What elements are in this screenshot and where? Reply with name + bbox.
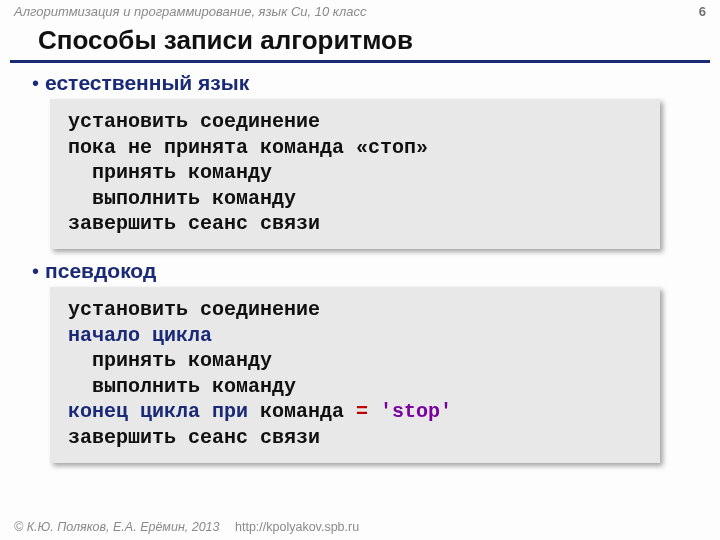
course-label: Алгоритмизация и программирование, язык … bbox=[14, 4, 367, 19]
bullet-icon: • bbox=[32, 73, 39, 93]
header-bar: Алгоритмизация и программирование, язык … bbox=[0, 0, 720, 21]
code-line: завершить сеанс связи bbox=[68, 426, 320, 449]
natural-language-code: установить соединение пока не принята ко… bbox=[50, 99, 660, 249]
code-line: принять команду bbox=[68, 349, 272, 372]
code-line: выполнить команду bbox=[68, 375, 296, 398]
code-line: установить соединение bbox=[68, 298, 320, 321]
bullet-icon: • bbox=[32, 261, 39, 281]
section-natural-language: • естественный язык bbox=[0, 71, 720, 95]
code-line: завершить сеанс связи bbox=[68, 212, 320, 235]
code-keyword: конец цикла при bbox=[68, 400, 248, 423]
copyright-label: © К.Ю. Поляков, Е.А. Ерёмин, 2013 bbox=[14, 520, 220, 534]
section-pseudocode: • псевдокод bbox=[0, 259, 720, 283]
code-keyword: начало цикла bbox=[68, 324, 212, 347]
code-symbol: = bbox=[356, 400, 368, 423]
pseudocode-code: установить соединение начало цикла приня… bbox=[50, 287, 660, 463]
code-line: пока не принята команда «стоп» bbox=[68, 136, 428, 159]
page-number: 6 bbox=[699, 4, 706, 19]
code-string: 'stop' bbox=[380, 400, 452, 423]
code-line: выполнить команду bbox=[68, 187, 296, 210]
section-heading: псевдокод bbox=[45, 259, 156, 283]
code-line: установить соединение bbox=[68, 110, 320, 133]
footer: © К.Ю. Поляков, Е.А. Ерёмин, 2013 http:/… bbox=[14, 520, 359, 534]
footer-url: http://kpolyakov.spb.ru bbox=[235, 520, 359, 534]
code-line: принять команду bbox=[68, 161, 272, 184]
code-text bbox=[368, 400, 380, 423]
page-title: Способы записи алгоритмов bbox=[10, 21, 710, 63]
section-heading: естественный язык bbox=[45, 71, 249, 95]
code-text: команда bbox=[248, 400, 356, 423]
